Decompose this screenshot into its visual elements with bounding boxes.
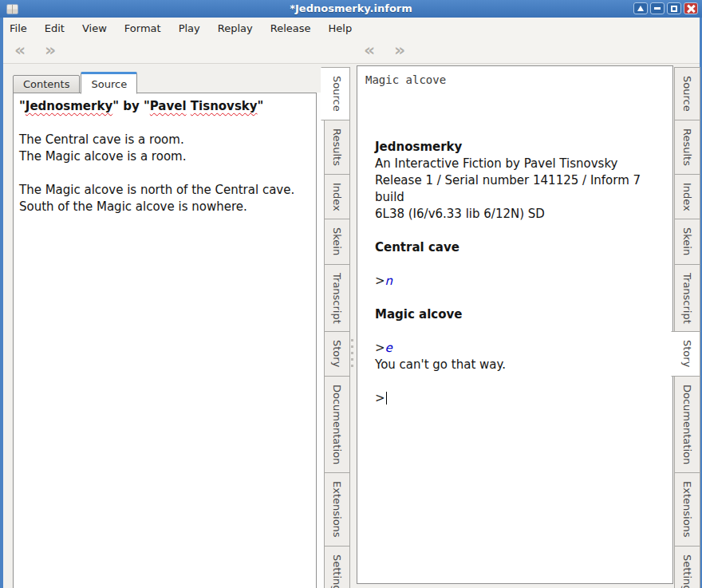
- back-icon: «: [14, 40, 26, 60]
- minimize-button[interactable]: [650, 2, 665, 14]
- menu-file[interactable]: File: [1, 19, 36, 37]
- command-line: >e: [375, 340, 661, 357]
- titlebar[interactable]: *Jednosmerky.inform: [0, 0, 702, 18]
- left-forward-button[interactable]: »: [40, 38, 61, 61]
- prompt: >: [375, 341, 385, 355]
- text-caret: [386, 392, 388, 404]
- maximize-button[interactable]: [667, 2, 681, 14]
- source-title-line: "Jednosmerky" by "Pavel Tisnovsky": [19, 98, 310, 115]
- menu-release[interactable]: Release: [262, 19, 320, 37]
- menu-replay[interactable]: Replay: [209, 19, 262, 37]
- source-line: The Magic alcove is a room.: [19, 148, 310, 165]
- room-name: Central cave: [375, 239, 661, 256]
- blank-line: [375, 323, 661, 340]
- window-border-left: [0, 18, 3, 588]
- close-icon: [687, 5, 695, 13]
- splitter-grip-icon: [351, 339, 353, 367]
- story-transcript: Jednosmerky An Interactive Fiction by Pa…: [375, 139, 661, 407]
- close-button[interactable]: [684, 2, 698, 14]
- shade-button[interactable]: [633, 2, 648, 14]
- left-back-button[interactable]: «: [10, 38, 30, 61]
- minimize-icon: [654, 7, 661, 10]
- shade-icon: [637, 6, 644, 11]
- source-scrollbar[interactable]: [317, 93, 324, 588]
- right-tab-story[interactable]: Story: [671, 331, 700, 376]
- maximize-icon: [671, 6, 677, 12]
- right-tab-index[interactable]: Index: [674, 174, 700, 220]
- tab-source[interactable]: Source: [81, 72, 137, 94]
- back-icon: «: [364, 40, 375, 60]
- story-release-line: 6L38 (I6/v6.33 lib 6/12N) SD: [375, 206, 661, 223]
- right-tab-results[interactable]: Results: [674, 120, 700, 175]
- left-tab-extensions[interactable]: Extensions: [324, 472, 350, 547]
- left-tab-source[interactable]: Source: [321, 67, 350, 120]
- blank-line: [375, 290, 661, 306]
- left-vertical-tabs: Source Results Index Skein Transcript St…: [324, 67, 350, 588]
- window-title: *Jednosmerky.inform: [0, 0, 702, 18]
- right-tab-settings[interactable]: Settings: [674, 546, 700, 588]
- forward-icon: »: [394, 40, 405, 60]
- toolbar: « » « »: [0, 38, 702, 64]
- menu-view[interactable]: View: [73, 19, 116, 37]
- blank-line: [375, 256, 661, 273]
- misspelled-word: Pavel: [150, 99, 187, 113]
- story-release-line: Release 1 / Serial number 141125 / Infor…: [375, 172, 661, 206]
- left-tab-settings[interactable]: Settings: [324, 546, 350, 588]
- story-status-line: Magic alcove: [357, 66, 672, 89]
- left-tab-skein[interactable]: Skein: [324, 219, 350, 264]
- right-tab-transcript[interactable]: Transcript: [674, 264, 700, 333]
- by-segment: " by ": [112, 99, 150, 113]
- right-tab-extensions[interactable]: Extensions: [674, 472, 700, 547]
- tab-contents[interactable]: Contents: [13, 75, 80, 93]
- blank-line: [19, 115, 310, 132]
- right-vertical-tabs: Source Results Index Skein Transcript St…: [674, 67, 700, 588]
- quote: ": [258, 99, 264, 113]
- right-tab-skein[interactable]: Skein: [674, 219, 700, 264]
- quote: ": [19, 99, 26, 113]
- prompt: >: [375, 274, 385, 288]
- menu-play[interactable]: Play: [170, 19, 209, 37]
- prompt: >: [375, 391, 385, 405]
- source-text-editor[interactable]: "Jednosmerky" by "Pavel Tisnovsky" The C…: [13, 93, 317, 588]
- typed-command: e: [385, 341, 392, 355]
- left-tab-transcript[interactable]: Transcript: [324, 264, 350, 333]
- right-forward-button[interactable]: »: [389, 38, 410, 61]
- misspelled-word: Tisnovsky: [191, 99, 258, 113]
- left-tab-index[interactable]: Index: [324, 174, 350, 220]
- source-line: The Magic alcove is north of the Central…: [19, 182, 310, 199]
- source-line: South of the Magic alcove is nowhere.: [19, 199, 310, 215]
- right-back-button[interactable]: «: [359, 38, 380, 61]
- story-title: Jednosmerky: [375, 139, 661, 156]
- source-line: The Central cave is a room.: [19, 132, 310, 148]
- command-input-line[interactable]: >: [375, 390, 661, 407]
- menu-edit[interactable]: Edit: [36, 19, 73, 37]
- command-line: >n: [375, 273, 661, 290]
- room-name: Magic alcove: [375, 306, 661, 323]
- left-tab-story[interactable]: Story: [324, 331, 350, 376]
- blank-line: [375, 373, 661, 390]
- left-tab-results[interactable]: Results: [324, 120, 350, 175]
- right-tab-documentation[interactable]: Documentation: [674, 376, 700, 473]
- window-controls: [633, 2, 698, 14]
- story-byline: An Interactive Fiction by Pavel Tisnovsk…: [375, 156, 661, 172]
- story-view[interactable]: Magic alcove Jednosmerky An Interactive …: [357, 65, 673, 584]
- right-tab-source[interactable]: Source: [674, 67, 700, 120]
- inform-ide-window: *Jednosmerky.inform File Edit View Forma…: [0, 0, 702, 588]
- left-tab-documentation[interactable]: Documentation: [324, 376, 350, 473]
- blank-line: [375, 223, 661, 239]
- blank-line: [19, 165, 310, 182]
- left-pane-nav: « »: [10, 38, 61, 61]
- right-pane-nav: « »: [359, 38, 410, 61]
- forward-icon: »: [45, 40, 56, 60]
- menu-format[interactable]: Format: [116, 19, 170, 37]
- typed-command: n: [385, 274, 393, 288]
- story-response: You can't go that way.: [375, 357, 661, 373]
- misspelled-word: Jednosmerky: [26, 99, 112, 113]
- menubar: File Edit View Format Play Replay Releas…: [0, 18, 702, 38]
- menu-help[interactable]: Help: [320, 19, 361, 37]
- source-pane-tabbar: Contents Source: [13, 71, 138, 93]
